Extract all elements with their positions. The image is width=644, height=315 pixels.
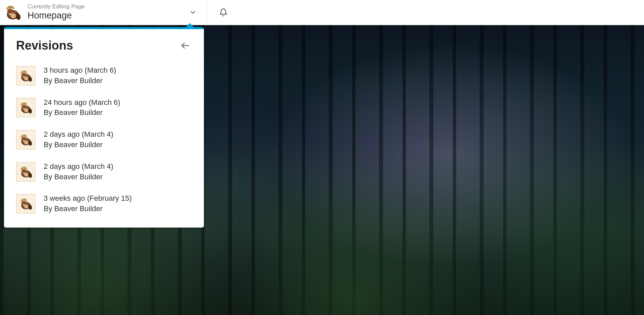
revision-item[interactable]: 24 hours ago (March 6) By Beaver Builder [16,98,192,118]
notifications-bell-icon[interactable] [217,6,229,18]
avatar-icon [16,98,36,117]
revision-author: By Beaver Builder [44,108,120,118]
panel-title: Revisions [16,39,73,53]
editing-label: Currently Editing Page [28,3,186,10]
page-selector[interactable]: Currently Editing Page Homepage [0,0,208,25]
revision-text: 3 hours ago (March 6) By Beaver Builder [44,65,116,86]
revision-item[interactable]: 3 hours ago (March 6) By Beaver Builder [16,65,192,86]
page-meta: Currently Editing Page Homepage [28,3,186,21]
revision-time: 3 hours ago (March 6) [44,65,116,76]
revisions-list: 3 hours ago (March 6) By Beaver Builder … [16,65,192,214]
revisions-panel: Revisions 3 hours ago (March 6) By Beave… [4,27,204,228]
page-title: Homepage [28,10,186,21]
back-arrow-icon[interactable] [178,39,192,52]
chevron-down-icon[interactable] [186,6,200,19]
avatar-icon [16,130,36,149]
panel-header: Revisions [16,39,192,53]
revision-text: 2 days ago (March 4) By Beaver Builder [44,129,113,150]
revision-item[interactable]: 2 days ago (March 4) By Beaver Builder [16,129,192,150]
revision-author: By Beaver Builder [44,172,113,182]
topbar-right [208,0,229,25]
avatar-icon [16,162,36,182]
revision-text: 2 days ago (March 4) By Beaver Builder [44,162,113,182]
dropdown-pointer [185,23,195,28]
revision-time: 2 days ago (March 4) [44,162,113,172]
revisions-dropdown: Revisions 3 hours ago (March 6) By Beave… [4,27,204,228]
avatar-icon [16,66,36,85]
revision-item[interactable]: 3 weeks ago (February 15) By Beaver Buil… [16,193,192,214]
topbar: Currently Editing Page Homepage [0,0,644,25]
revision-text: 24 hours ago (March 6) By Beaver Builder [44,98,120,118]
revision-time: 24 hours ago (March 6) [44,98,120,108]
avatar-icon [16,194,36,213]
beaver-logo-icon [3,2,23,22]
revision-text: 3 weeks ago (February 15) By Beaver Buil… [44,193,132,214]
revision-author: By Beaver Builder [44,140,113,150]
revision-time: 2 days ago (March 4) [44,129,113,140]
revision-item[interactable]: 2 days ago (March 4) By Beaver Builder [16,162,192,182]
revision-author: By Beaver Builder [44,204,132,214]
revision-time: 3 weeks ago (February 15) [44,193,132,204]
revision-author: By Beaver Builder [44,76,116,86]
